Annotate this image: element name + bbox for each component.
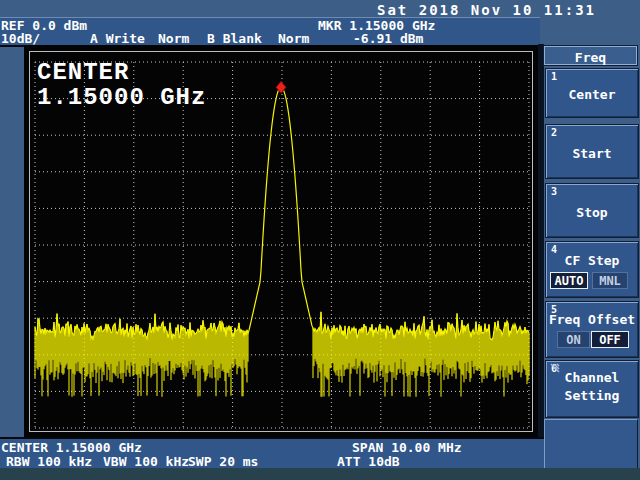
softkey-number: 3	[551, 186, 557, 197]
spectrum-analyzer-screen: Sat 2018 Nov 10 11:31 REF 0.0 dBm MKR 1.…	[0, 0, 640, 480]
softkey-label: CF Step	[546, 253, 638, 268]
toggle-option-auto[interactable]: AUTO	[550, 272, 588, 289]
vbw-readout: VBW 100 kHz	[103, 455, 189, 468]
bottom-strip	[0, 468, 640, 480]
softkey-center[interactable]: 1 Center	[545, 68, 639, 118]
softkey-label: Freq Offset	[546, 312, 638, 327]
center-value: 1.15000 GHz	[37, 84, 206, 111]
span-readout: SPAN 10.00 MHz	[352, 441, 462, 454]
softkey-label: Setting	[546, 388, 638, 403]
softkey-stop[interactable]: 3 Stop	[545, 183, 639, 238]
toggle-option-mnl[interactable]: MNL	[592, 272, 628, 289]
center-frequency-overlay: CENTER1.15000 GHz	[37, 60, 206, 110]
softkey-number: 2	[551, 127, 557, 138]
softkey-cf-step[interactable]: 4 CF Step AUTOMNL	[545, 241, 639, 298]
center-label: CENTER	[37, 59, 129, 86]
softkey-freq-offset[interactable]: 5 Freq Offset ONOFF	[545, 301, 639, 358]
menu-title-freq: Freq	[544, 46, 637, 65]
att-readout: ATT 10dB	[337, 455, 400, 468]
center-freq-readout: CENTER 1.15000 GHz	[1, 441, 142, 454]
cf-step-toggle: AUTOMNL	[546, 272, 638, 290]
softkey-label: Stop	[546, 205, 638, 220]
softkey-label: Center	[546, 87, 638, 102]
rbw-readout: RBW 100 kHz	[6, 455, 92, 468]
softkey-label: Start	[546, 146, 638, 161]
toggle-option-off[interactable]: OFF	[591, 331, 629, 348]
freq-offset-toggle: ONOFF	[546, 331, 638, 349]
submenu-corner-icon	[546, 363, 560, 377]
softkey-number: 1	[551, 71, 557, 82]
toggle-option-on[interactable]: ON	[557, 331, 590, 348]
softkey-channel-setting[interactable]: 6 Channel Setting	[545, 360, 639, 418]
softkey-start[interactable]: 2 Start	[545, 124, 639, 179]
swp-readout: SWP 20 ms	[188, 455, 258, 468]
footer-band: CENTER 1.15000 GHz SPAN 10.00 MHz RBW 10…	[0, 437, 544, 470]
